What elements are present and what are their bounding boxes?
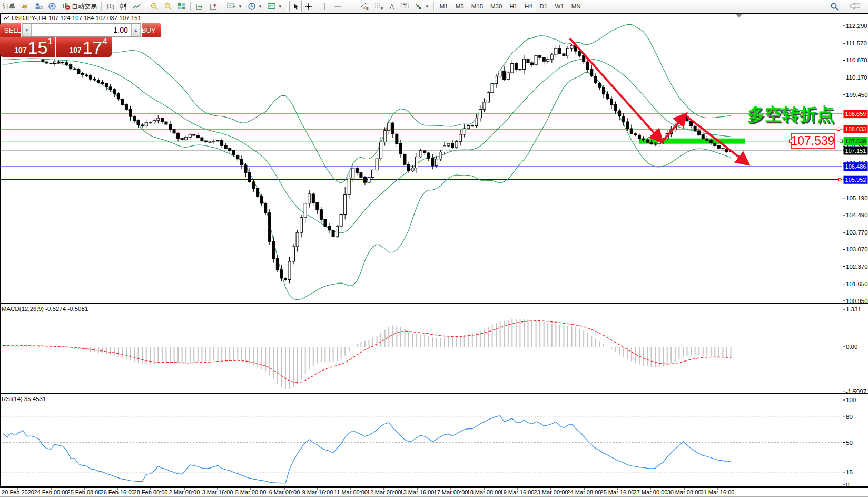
price-axis-label: 103.770 bbox=[846, 229, 868, 236]
sell-price-pip: 1 bbox=[48, 34, 53, 50]
timeframe-d1-button[interactable]: D1 bbox=[536, 1, 551, 12]
vertical-line-tool[interactable] bbox=[319, 1, 331, 12]
crosshair-tool-button[interactable] bbox=[302, 1, 315, 12]
chat-button[interactable] bbox=[847, 1, 864, 12]
symbol-info-line: USDJPY-,H4 107.124 107.184 107.037 107.1… bbox=[3, 15, 141, 21]
price-axis-label: 110.170 bbox=[846, 74, 867, 81]
sell-price-display[interactable]: 107151 bbox=[0, 37, 56, 57]
line-handle[interactable] bbox=[839, 178, 841, 181]
timeframe-h1-button[interactable]: H1 bbox=[506, 1, 521, 12]
price-axis-label: 103.070 bbox=[846, 246, 868, 252]
zoom-out-icon bbox=[164, 2, 172, 11]
line-handle[interactable] bbox=[840, 140, 843, 142]
price-axis-label: 112.290 bbox=[846, 23, 867, 29]
timeframe-m15-button[interactable]: M15 bbox=[468, 1, 487, 12]
text-label-tool[interactable]: T bbox=[398, 1, 412, 12]
rsi-axis-label: 50 bbox=[846, 440, 853, 446]
chevron-down-icon: ▼ bbox=[278, 4, 282, 9]
signals-button[interactable] bbox=[45, 1, 59, 12]
timeframe-m30-button[interactable]: M30 bbox=[487, 1, 506, 12]
macd-axis-label: -1.5997 bbox=[846, 388, 866, 395]
user-terminal-icon bbox=[34, 2, 43, 11]
support-zone-rect[interactable] bbox=[639, 139, 745, 144]
remote-access-button[interactable] bbox=[32, 1, 45, 12]
cursor-tool-button[interactable] bbox=[289, 1, 302, 12]
zoom-in-button[interactable] bbox=[147, 1, 161, 12]
time-axis-label: 24 Mar 08:00 bbox=[567, 489, 601, 495]
rsi-axis-label: 0 bbox=[846, 482, 849, 488]
timeframe-mn-button[interactable]: MN bbox=[568, 1, 585, 12]
toolbar-separator bbox=[222, 2, 223, 11]
vertical-line-icon bbox=[322, 3, 328, 11]
ohlc-values: 107.124 107.184 107.037 107.151 bbox=[48, 15, 141, 21]
price-axis-label: 110.870 bbox=[846, 57, 867, 63]
time-axis-label: 11 Mar 00:00 bbox=[334, 489, 368, 495]
trend-arrow[interactable] bbox=[570, 38, 662, 141]
buy-button[interactable]: BUY bbox=[142, 23, 161, 37]
zoom-out-button[interactable] bbox=[161, 1, 175, 12]
time-axis-label: 13 Mar 16:00 bbox=[400, 489, 435, 495]
bollinger-upper bbox=[3, 24, 731, 183]
candlestick-chart-icon bbox=[120, 3, 127, 11]
search-button[interactable] bbox=[827, 1, 842, 12]
time-axis-label: 2 Mar 08:00 bbox=[169, 489, 200, 495]
volume-increase-button[interactable]: ▲ bbox=[131, 24, 141, 36]
line-handle[interactable] bbox=[837, 128, 840, 130]
line-chart-button[interactable] bbox=[130, 1, 143, 12]
trendline-tool[interactable] bbox=[344, 1, 358, 12]
chart-shift-marker[interactable] bbox=[736, 14, 742, 18]
price-badge-label: 108.033 bbox=[845, 126, 866, 132]
new-order-label: 订单 bbox=[3, 2, 15, 11]
pivot-annotation-text[interactable]: 多空转折点 bbox=[747, 104, 834, 124]
templates-button[interactable]: ▼ bbox=[265, 1, 285, 12]
shapes-arrows-icon bbox=[415, 3, 423, 11]
chart-shift-button[interactable] bbox=[193, 1, 206, 12]
tile-windows-button[interactable] bbox=[175, 1, 189, 12]
periods-button[interactable]: ▼ bbox=[245, 1, 265, 12]
time-axis-label: 19 Mar 16:00 bbox=[500, 489, 535, 495]
auto-scroll-button[interactable] bbox=[206, 1, 220, 12]
bar-chart-button[interactable] bbox=[104, 1, 117, 12]
text-tool[interactable]: A bbox=[386, 1, 398, 12]
caret-up-icon: ▲ bbox=[134, 28, 138, 33]
line-handle[interactable] bbox=[790, 140, 792, 142]
new-chart-button[interactable]: ▼ bbox=[224, 1, 245, 12]
volume-input[interactable] bbox=[32, 24, 131, 36]
tile-windows-icon bbox=[177, 2, 186, 11]
chart-shift-icon bbox=[195, 3, 204, 11]
new-order-button[interactable]: 订单 bbox=[0, 1, 18, 12]
volume-decrease-button[interactable]: ▼ bbox=[22, 24, 32, 36]
arrows-tool[interactable]: ▼ bbox=[412, 1, 432, 12]
toolbar-separator bbox=[433, 2, 435, 11]
autotrading-button[interactable]: 自动交易 bbox=[59, 1, 100, 12]
sell-button[interactable]: SELL bbox=[0, 23, 21, 37]
time-axis-label: 9 Mar 16:00 bbox=[302, 489, 333, 495]
crosshair-icon bbox=[304, 3, 312, 11]
time-axis-label: 28 Feb 00:00 bbox=[134, 489, 168, 495]
rsi-indicator-label: RSI(14) 35.4531 bbox=[2, 396, 46, 402]
line-chart-icon bbox=[133, 3, 141, 11]
template-icon bbox=[268, 2, 276, 11]
timeframe-m1-button[interactable]: M1 bbox=[436, 1, 452, 12]
macd-axis-label: 0.00 bbox=[846, 344, 857, 350]
equidistant-channel-tool[interactable]: E bbox=[358, 1, 372, 12]
fibonacci-tool[interactable]: F bbox=[372, 1, 386, 12]
timeframe-w1-button[interactable]: W1 bbox=[551, 1, 568, 12]
horizontal-line-tool[interactable] bbox=[331, 1, 344, 12]
chat-bubbles-icon bbox=[850, 2, 861, 11]
price-badge-label: 106.486 bbox=[845, 163, 866, 170]
caret-down-icon: ▼ bbox=[25, 28, 29, 33]
time-axis-label: 26 Feb 16:00 bbox=[101, 489, 135, 495]
candlestick-chart-button[interactable] bbox=[117, 1, 130, 12]
time-axis-label: 6 Mar 08:00 bbox=[269, 489, 300, 495]
gold-icon[interactable] bbox=[18, 1, 32, 12]
time-axis-label: 5 Mar 00:00 bbox=[235, 489, 267, 495]
toolbar-separator bbox=[287, 2, 288, 11]
timeframe-m5-button[interactable]: M5 bbox=[452, 1, 468, 12]
price-tag-text: 107.539 bbox=[791, 134, 834, 148]
macd-indicator-label: MACD(12,26,9) -0.5274 -0.5081 bbox=[2, 306, 88, 312]
buy-price-display[interactable]: 107174 bbox=[56, 37, 112, 57]
time-axis-label: 25 Feb 08:00 bbox=[67, 489, 102, 495]
timeframe-h4-button[interactable]: H4 bbox=[521, 1, 536, 12]
chart-canvas[interactable]: 多空转折点多空转折点107.539112.290111.570110.87011… bbox=[0, 0, 868, 497]
